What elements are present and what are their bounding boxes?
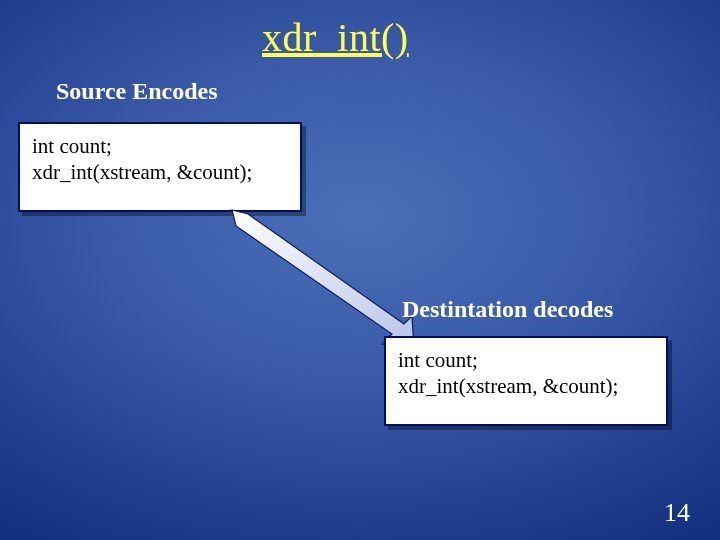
code-dest-line2: xdr_int(xstream, &count); [398, 374, 654, 400]
slide: xdr_int() Source Encodes int count; xdr_… [0, 0, 720, 540]
label-source-encodes: Source Encodes [56, 78, 218, 105]
label-destination-decodes: Destintation decodes [402, 296, 613, 323]
codebox-destination: int count; xdr_int(xstream, &count); [384, 336, 668, 426]
codebox-source: int count; xdr_int(xstream, &count); [18, 122, 302, 212]
svg-marker-0 [232, 210, 414, 348]
code-source-line2: xdr_int(xstream, &count); [32, 160, 288, 186]
page-number: 14 [664, 498, 690, 528]
code-dest-line1: int count; [398, 348, 654, 374]
slide-title: xdr_int() [262, 14, 409, 61]
code-source-line1: int count; [32, 134, 288, 160]
